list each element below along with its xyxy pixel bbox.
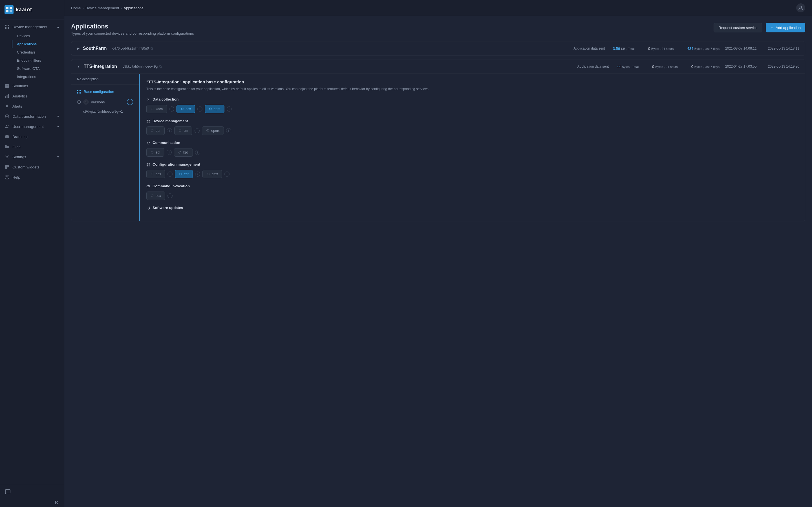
sidebar-item-files[interactable]: Files: [0, 142, 64, 152]
cm-info-icon[interactable]: i: [195, 128, 200, 133]
sidebar-item-help[interactable]: Help: [0, 172, 64, 182]
sidebar-item-branding-label: Branding: [12, 135, 28, 139]
service-cmx-button[interactable]: ⏱ cmx: [202, 170, 222, 178]
page-subtitle: Types of your connected devices and corr…: [71, 31, 194, 36]
sidebar-item-branding[interactable]: Branding: [0, 131, 64, 142]
southfarm-id: c476j6qd4ks1slmm80u0 ⧉: [112, 47, 153, 50]
service-dcx-button[interactable]: ⚙ dcx: [176, 105, 195, 113]
sidebar-item-data-transformation[interactable]: Data transformation ▼: [0, 111, 64, 121]
svg-rect-1: [10, 7, 12, 9]
sidebar-item-alerts[interactable]: Alerts: [0, 101, 64, 111]
breadcrumb-applications: Applications: [124, 6, 144, 10]
svg-rect-24: [77, 90, 79, 91]
data-collection-services: ⏱ kdca i ⚙ dcx i ⚙ epts: [146, 105, 798, 113]
epl-icon: ⏱: [151, 151, 154, 154]
sidebar-item-endpoint-filters[interactable]: Endpoint filters: [12, 56, 64, 64]
sidebar-collapse-button[interactable]: [0, 498, 64, 507]
svg-rect-32: [147, 121, 148, 123]
epl-info-icon[interactable]: i: [167, 150, 172, 155]
versions-info-icon: [77, 100, 81, 104]
sidebar-item-credentials[interactable]: Credentials: [12, 48, 64, 56]
svg-rect-6: [5, 27, 6, 29]
tts-date-updated: 2022-05-13 14:19:20: [768, 64, 799, 68]
service-adx-button[interactable]: ⏱ adx: [146, 170, 165, 178]
user-avatar-button[interactable]: [796, 3, 805, 12]
bell-icon: [4, 104, 10, 109]
base-configuration-item[interactable]: Base configuration: [71, 87, 139, 96]
sidebar-item-integrations[interactable]: Integrations: [12, 73, 64, 81]
section-command-invocation: Command invocation ⏱ cex i: [146, 184, 798, 200]
service-epts-button[interactable]: ⚙ epts: [205, 105, 224, 113]
add-application-button[interactable]: ＋ Add application: [766, 23, 805, 33]
service-kdca-button[interactable]: ⏱ kdca: [146, 105, 167, 113]
app-card-tts-integration: ▼ TTS-Integration c9kkqitah5mhhoeovr9g ⧉…: [71, 59, 805, 221]
sidebar-item-settings[interactable]: Settings ▼: [0, 152, 64, 162]
breadcrumb-device-management[interactable]: Device management: [86, 6, 119, 10]
copy-icon[interactable]: ⧉: [151, 47, 153, 50]
section-data-collection: Data collection ⏱ kdca i ⚙ dcx: [146, 97, 798, 113]
svg-rect-33: [149, 121, 150, 123]
svg-rect-16: [6, 135, 8, 136]
gear-icon: [4, 154, 10, 159]
service-cm-button[interactable]: ⏱ cm: [174, 126, 192, 135]
tts-copy-icon[interactable]: ⧉: [159, 64, 162, 68]
cmx-info-icon[interactable]: i: [224, 172, 230, 177]
page-header: Applications Types of your connected dev…: [71, 23, 805, 36]
service-epmx-button[interactable]: ⏱ epmx: [202, 126, 223, 135]
svg-point-34: [148, 144, 149, 144]
svg-rect-8: [5, 84, 7, 86]
tts-left-panel: No description Base configuration: [71, 74, 139, 221]
southfarm-dates: 2021-08-07 14:08:11 2022-05-13 14:18:11: [725, 47, 799, 50]
epmx-info-icon[interactable]: i: [226, 128, 231, 133]
sidebar-item-software-ota[interactable]: Software OTA: [12, 64, 64, 73]
sidebar-item-applications[interactable]: Applications: [12, 40, 64, 48]
service-cex-button[interactable]: ⏱ cex: [146, 191, 165, 200]
svg-point-14: [8, 125, 9, 126]
service-kpc-button[interactable]: ⏱ kpc: [174, 148, 193, 157]
epts-info-icon[interactable]: i: [227, 107, 232, 112]
sidebar-item-analytics[interactable]: Analytics: [0, 91, 64, 101]
svg-point-13: [6, 125, 7, 126]
svg-point-23: [800, 6, 802, 8]
southfarm-stats: Application data sent 3.56 KB , Total 0 …: [573, 46, 719, 51]
breadcrumb-home[interactable]: Home: [71, 6, 81, 10]
sidebar-item-devices[interactable]: Devices: [12, 32, 64, 40]
wifi-icon: [146, 141, 150, 145]
widgets-icon: [4, 165, 10, 170]
sidebar-item-solutions[interactable]: Solutions: [0, 81, 64, 91]
ecr-info-icon[interactable]: i: [195, 172, 200, 177]
svg-rect-30: [147, 120, 148, 121]
sidebar-item-custom-widgets[interactable]: Custom widgets: [0, 162, 64, 172]
svg-point-29: [79, 101, 79, 102]
kpc-info-icon[interactable]: i: [195, 150, 200, 155]
sidebar-chat[interactable]: [0, 485, 64, 498]
version-sub-item[interactable]: c9kkqitah5mhhoeovr9g-v1: [71, 108, 139, 115]
page-title: Applications: [71, 23, 194, 30]
kdca-info-icon[interactable]: i: [169, 107, 174, 112]
app-tts-header[interactable]: ▼ TTS-Integration c9kkqitah5mhhoeovr9g ⧉…: [71, 59, 805, 74]
tts-description: No description: [71, 77, 139, 85]
base-configuration-label: Base configuration: [84, 90, 114, 94]
svg-rect-37: [147, 165, 148, 166]
svg-rect-0: [6, 7, 8, 9]
device-management-label: Device management: [146, 119, 798, 123]
adx-info-icon[interactable]: i: [167, 172, 172, 177]
epr-info-icon[interactable]: i: [167, 128, 172, 133]
sidebar-item-device-management[interactable]: Device management ▲: [0, 22, 64, 32]
service-epr-button[interactable]: ⏱ epr: [146, 126, 165, 135]
svg-rect-2: [6, 10, 8, 12]
sidebar-item-user-management[interactable]: User management ▼: [0, 121, 64, 131]
service-epl-button[interactable]: ⏱ epl: [146, 148, 164, 157]
request-custom-service-button[interactable]: Request custom service: [714, 23, 762, 33]
add-version-button[interactable]: +: [127, 99, 133, 105]
tts-stat-1: 44 Bytes , Total: [617, 64, 639, 69]
page-title-block: Applications Types of your connected dev…: [71, 23, 194, 36]
tts-stat-2: 0 Bytes , 24 hours: [652, 64, 678, 69]
versions-item[interactable]: 1 versions +: [71, 96, 139, 108]
service-ecr-button[interactable]: ⚙ ecr: [175, 170, 193, 178]
app-southfarm-header[interactable]: ▶ SouthFarm c476j6qd4ks1slmm80u0 ⧉ Appli…: [71, 41, 805, 55]
dcx-info-icon[interactable]: i: [197, 107, 202, 112]
kpc-icon: ⏱: [178, 151, 182, 154]
adx-icon: ⏱: [151, 172, 154, 176]
cex-info-icon[interactable]: i: [167, 193, 172, 198]
